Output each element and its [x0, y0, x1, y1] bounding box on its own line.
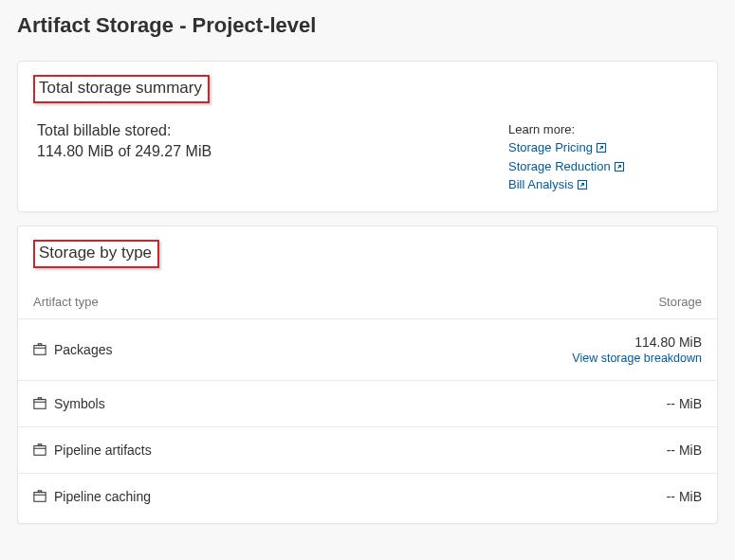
- storage-by-type-header: Storage by type: [33, 240, 159, 268]
- svg-rect-4: [34, 399, 46, 408]
- storage-by-type-card: Storage by type Artifact type Storage Pa…: [17, 226, 718, 524]
- row-storage: -- MiB: [667, 489, 702, 504]
- row-name: Pipeline caching: [54, 489, 151, 504]
- page-title: Artifact Storage - Project-level: [0, 0, 735, 47]
- package-icon: [33, 490, 46, 503]
- svg-rect-3: [34, 345, 46, 354]
- billable-info: Total billable stored: 114.80 MiB of 249…: [37, 120, 211, 194]
- external-link-icon: [596, 142, 607, 154]
- learn-more-label: Learn more:: [508, 120, 698, 139]
- link-label: Storage Reduction: [508, 157, 611, 176]
- row-storage: -- MiB: [667, 443, 702, 458]
- storage-pricing-link[interactable]: Storage Pricing: [508, 138, 607, 157]
- row-name: Pipeline artifacts: [54, 443, 152, 458]
- row-name: Symbols: [54, 396, 105, 411]
- table-header: Artifact type Storage: [18, 268, 717, 319]
- storage-reduction-link[interactable]: Storage Reduction: [508, 157, 625, 176]
- bill-analysis-link[interactable]: Bill Analysis: [508, 175, 588, 194]
- svg-rect-5: [34, 445, 46, 455]
- learn-more-section: Learn more: Storage Pricing Storage Redu…: [508, 120, 698, 194]
- row-storage: -- MiB: [667, 396, 702, 411]
- col-storage: Storage: [658, 295, 702, 309]
- view-breakdown-link[interactable]: View storage breakdown: [572, 352, 702, 365]
- svg-rect-6: [34, 492, 46, 501]
- row-storage: 114.80 MiB: [572, 334, 702, 350]
- link-label: Storage Pricing: [508, 138, 593, 157]
- package-icon: [33, 397, 46, 410]
- external-link-icon: [614, 161, 625, 172]
- package-icon: [33, 343, 46, 356]
- row-name: Packages: [54, 342, 112, 357]
- col-artifact-type: Artifact type: [33, 295, 99, 309]
- table-row: Pipeline artifacts -- MiB: [18, 427, 717, 474]
- external-link-icon: [577, 179, 588, 190]
- package-icon: [33, 443, 46, 457]
- table-row: Packages 114.80 MiB View storage breakdo…: [18, 319, 717, 381]
- link-label: Bill Analysis: [508, 175, 574, 194]
- summary-card: Total storage summary Total billable sto…: [17, 61, 718, 212]
- table-row: Pipeline caching -- MiB: [18, 474, 717, 519]
- summary-header: Total storage summary: [33, 75, 210, 103]
- table-row: Symbols -- MiB: [18, 381, 717, 427]
- billable-label: Total billable stored:: [37, 120, 211, 141]
- billable-value: 114.80 MiB of 249.27 MiB: [37, 141, 211, 162]
